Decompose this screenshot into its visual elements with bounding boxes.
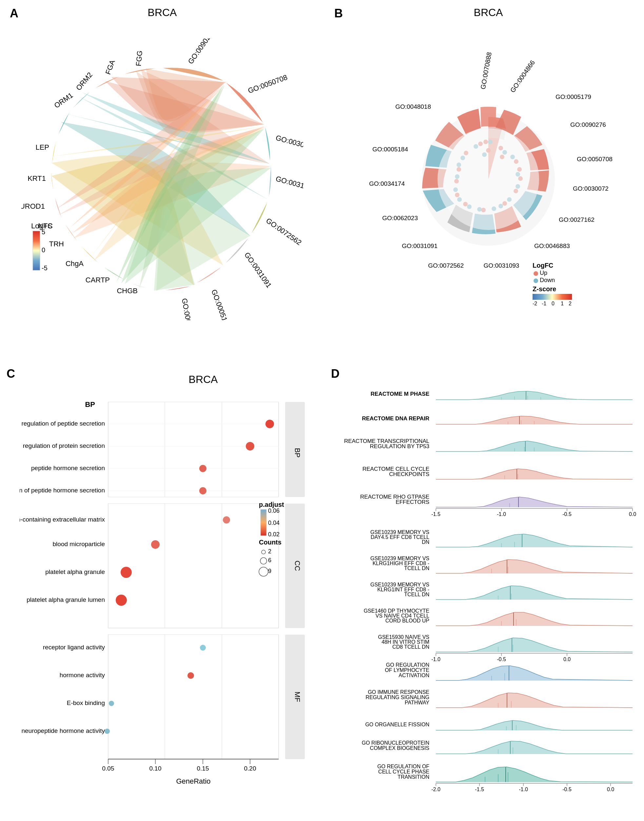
dotplot-svg: BP BP CC MF	[20, 392, 314, 805]
svg-text:0.02: 0.02	[268, 531, 279, 538]
svg-text:regulation of protein secretio: regulation of protein secretion	[23, 442, 105, 449]
svg-rect-96	[108, 402, 279, 497]
svg-text:p.adjust: p.adjust	[259, 501, 284, 508]
svg-text:peptide hormone secretion: peptide hormone secretion	[31, 464, 105, 472]
panel-c-title: BRCA	[92, 374, 314, 386]
svg-point-130	[116, 594, 127, 606]
svg-text:blood microparticle: blood microparticle	[53, 541, 105, 547]
svg-text:neuropeptide hormone activity: neuropeptide hormone activity	[21, 727, 105, 734]
svg-text:0.0: 0.0	[629, 512, 636, 517]
svg-text:FGG: FGG	[134, 50, 144, 66]
svg-text:GeneRatio: GeneRatio	[176, 777, 210, 785]
svg-text:CORD BLOOD UP: CORD BLOOD UP	[385, 618, 429, 623]
svg-text:Up: Up	[540, 270, 547, 276]
svg-text:BP: BP	[293, 448, 302, 457]
circular-chart-svg: GO:0070888 GO:0004866 GO:0005179 GO:0090…	[347, 38, 629, 320]
svg-text:DN: DN	[422, 539, 429, 545]
svg-text:Counts: Counts	[259, 539, 282, 546]
svg-point-128	[121, 567, 132, 578]
svg-text:-1.0: -1.0	[497, 512, 506, 517]
svg-text:CARTP: CARTP	[86, 276, 110, 284]
svg-text:GO RIBONUCLEOPROTEIN: GO RIBONUCLEOPROTEIN	[362, 740, 429, 746]
svg-rect-97	[108, 504, 279, 628]
svg-text:GO:0031093: GO:0031093	[484, 262, 520, 269]
panel-d-label: D	[331, 367, 340, 381]
svg-text:regulation of peptide hormone : regulation of peptide hormone secretion	[20, 487, 105, 494]
svg-text:0.20: 0.20	[244, 765, 256, 772]
svg-text:-1: -1	[542, 301, 546, 306]
chord-diagram: GO:0090276 GO:0050708 GO:0030072 GO:0031…	[21, 38, 303, 320]
circular-chart: GO:0070888 GO:0004866 GO:0005179 GO:0090…	[347, 38, 629, 320]
svg-text:0: 0	[552, 301, 555, 306]
svg-text:GO IMMUNE RESPONSE: GO IMMUNE RESPONSE	[368, 689, 429, 695]
svg-text:-1.5: -1.5	[431, 512, 440, 517]
svg-text:CD8 TCELL DN: CD8 TCELL DN	[392, 644, 429, 649]
svg-text:platelet alpha granule: platelet alpha granule	[45, 568, 105, 575]
svg-text:GO:0027162: GO:0027162	[559, 216, 595, 223]
chord-svg: GO:0090276 GO:0050708 GO:0030072 GO:0031…	[21, 38, 303, 320]
svg-point-80	[534, 279, 538, 283]
svg-text:LogFC: LogFC	[532, 262, 553, 269]
svg-text:0.05: 0.05	[102, 765, 114, 772]
svg-text:GO:0090276: GO:0090276	[570, 121, 606, 128]
svg-text:-0.5: -0.5	[497, 657, 506, 662]
svg-text:GO:0030072: GO:0030072	[573, 185, 609, 192]
ridgeplot-svg: REACTOME M PHASE REACTOME DNA REPAIR	[331, 370, 644, 796]
svg-text:GO:0050708: GO:0050708	[577, 156, 613, 162]
svg-text:receptor ligand activity: receptor ligand activity	[43, 644, 105, 651]
svg-text:GO:0005179: GO:0005179	[555, 93, 591, 100]
svg-point-124	[223, 516, 230, 524]
svg-text:MF: MF	[293, 692, 302, 702]
svg-point-139	[104, 729, 110, 734]
svg-text:-0.5: -0.5	[563, 512, 572, 517]
svg-text:E-box binding: E-box binding	[67, 700, 105, 706]
svg-text:2: 2	[569, 301, 572, 306]
svg-text:REACTOME DNA REPAIR: REACTOME DNA REPAIR	[362, 415, 429, 422]
svg-text:Down: Down	[540, 277, 555, 283]
svg-text:CHECKPOINTS: CHECKPOINTS	[389, 471, 429, 477]
svg-text:0.06: 0.06	[268, 507, 279, 514]
svg-text:GO REGULATION OF: GO REGULATION OF	[377, 764, 429, 769]
svg-text:PATHWAY: PATHWAY	[405, 700, 429, 705]
svg-text:-2: -2	[532, 301, 537, 306]
panel-b-label: B	[334, 6, 343, 20]
svg-text:5: 5	[41, 228, 45, 236]
svg-text:CHGB: CHGB	[117, 286, 138, 295]
panel-b-title: BRCA	[331, 6, 644, 19]
svg-text:REGULATION BY TP53: REGULATION BY TP53	[370, 443, 429, 449]
svg-text:TCELL DN: TCELL DN	[404, 565, 429, 571]
svg-text:-2.0: -2.0	[431, 787, 440, 792]
svg-text:6: 6	[268, 557, 271, 564]
svg-text:GO:0072562: GO:0072562	[428, 262, 464, 269]
svg-point-135	[187, 672, 194, 679]
svg-text:-1.0: -1.0	[519, 787, 528, 792]
svg-text:TRANSITION: TRANSITION	[397, 774, 429, 780]
svg-text:GO:0048018: GO:0048018	[395, 103, 431, 110]
svg-point-133	[200, 645, 206, 651]
svg-text:GO:0005184: GO:0005184	[372, 146, 408, 153]
svg-point-118	[246, 442, 255, 450]
svg-rect-83	[532, 294, 572, 300]
svg-text:REACTOME M PHASE: REACTOME M PHASE	[371, 391, 429, 397]
svg-text:ChgA: ChgA	[66, 259, 84, 268]
svg-text:DAY4.5 EFF CD8 TCELL: DAY4.5 EFF CD8 TCELL	[371, 535, 429, 540]
panel-c-label: C	[6, 367, 15, 381]
svg-point-126	[151, 540, 159, 549]
svg-text:GO ORGANELLE FISSION: GO ORGANELLE FISSION	[365, 722, 429, 727]
svg-text:BP: BP	[85, 400, 95, 409]
panel-a: A BRCA	[0, 0, 325, 360]
svg-text:NEUROD1: NEUROD1	[21, 202, 45, 210]
svg-text:0.04: 0.04	[268, 519, 279, 526]
svg-text:GO:0034174: GO:0034174	[369, 180, 405, 187]
svg-text:0.0: 0.0	[607, 787, 614, 792]
svg-text:1: 1	[561, 301, 564, 306]
svg-text:collagen-containing extracellu: collagen-containing extracellular matrix	[20, 516, 105, 523]
svg-text:REGULATING SIGNALING: REGULATING SIGNALING	[366, 695, 429, 700]
svg-text:0: 0	[41, 247, 45, 254]
svg-point-122	[199, 487, 207, 494]
svg-text:-5: -5	[41, 264, 48, 271]
svg-text:GO:0031091: GO:0031091	[402, 242, 437, 249]
panel-d: D REACTOME M PHASE	[325, 360, 644, 803]
svg-text:hormone activity: hormone activity	[60, 672, 105, 679]
svg-text:KRT1: KRT1	[28, 174, 46, 182]
